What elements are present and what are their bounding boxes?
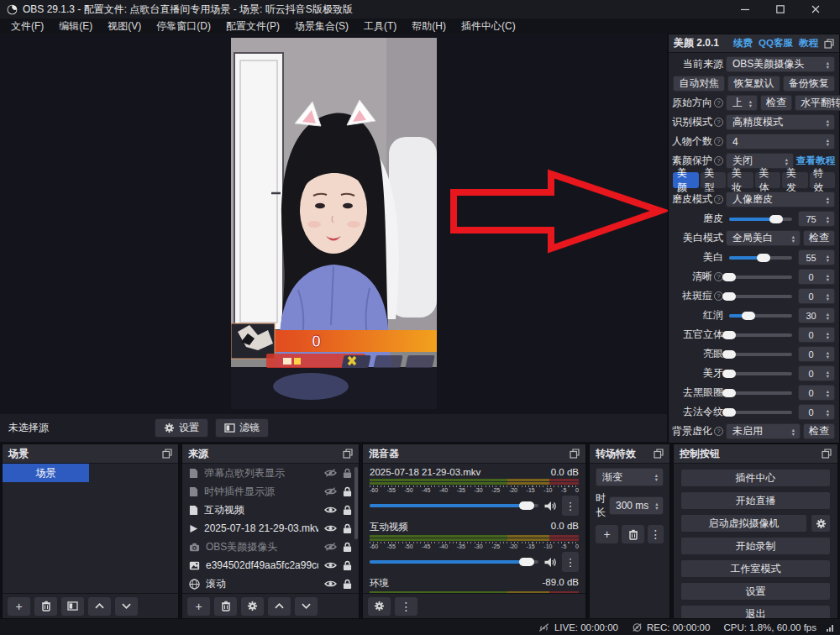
- nasolabial-slider[interactable]: [729, 411, 792, 414]
- current-source-select[interactable]: OBS美颜摄像头 ▴▾: [726, 56, 835, 72]
- close-button[interactable]: [798, 0, 833, 18]
- eye-slash-icon[interactable]: [324, 487, 337, 496]
- tab-makeup[interactable]: 美妆: [727, 172, 753, 188]
- source-row[interactable]: 弹幕点歌列表显示: [182, 464, 359, 482]
- video-preview[interactable]: 0: [231, 38, 437, 409]
- lock-icon[interactable]: [343, 486, 352, 497]
- source-row[interactable]: 滚动: [182, 575, 359, 593]
- menu-item[interactable]: 配置文件(P): [218, 19, 287, 34]
- lock-icon[interactable]: [343, 560, 352, 571]
- features-slider[interactable]: [729, 333, 792, 337]
- source-settings-button[interactable]: 设置: [155, 418, 208, 438]
- popout-icon[interactable]: [570, 449, 580, 459]
- eye-slash-icon[interactable]: [324, 543, 337, 551]
- source-properties-button[interactable]: [241, 597, 264, 616]
- popout-icon[interactable]: [822, 449, 832, 459]
- white-check-button[interactable]: 检查: [803, 230, 835, 246]
- teeth-value[interactable]: 0▴▾: [798, 365, 835, 381]
- lock-icon[interactable]: [343, 505, 352, 516]
- source-down-button[interactable]: [295, 597, 318, 616]
- teeth-slider[interactable]: [729, 372, 792, 375]
- source-row[interactable]: e394502df49aa5fc2a99cd2e7c: [182, 556, 359, 575]
- advanced-audio-button[interactable]: [368, 597, 391, 616]
- recognition-mode-select[interactable]: 高精度模式 ▴▾: [726, 114, 835, 130]
- dark-circles-slider[interactable]: [729, 391, 792, 395]
- features-value[interactable]: 0▴▾: [798, 327, 835, 343]
- maximize-button[interactable]: [763, 0, 798, 18]
- mixer-menu-button[interactable]: ⋮: [395, 597, 417, 616]
- source-filters-button[interactable]: 滤镜: [215, 418, 269, 438]
- white-mode-select[interactable]: 全局美白 ▴▾: [726, 230, 801, 246]
- remove-transition-button[interactable]: [622, 525, 644, 543]
- scene-down-button[interactable]: [115, 597, 138, 616]
- hflip-button[interactable]: 水平翻转: [795, 95, 840, 111]
- volume-slider[interactable]: [370, 560, 538, 564]
- settings-button[interactable]: 设置: [680, 582, 831, 601]
- popout-icon[interactable]: [162, 449, 172, 459]
- orientation-check-button[interactable]: 检查: [760, 95, 792, 111]
- preview-area[interactable]: 0: [0, 34, 667, 414]
- bg-blur-check-button[interactable]: 检查: [803, 423, 835, 439]
- scene-filters-button[interactable]: [61, 597, 84, 616]
- lock-icon[interactable]: [343, 579, 352, 590]
- blemish-value[interactable]: 0▴▾: [798, 288, 835, 304]
- lock-icon[interactable]: [343, 468, 352, 479]
- minimize-button[interactable]: [727, 0, 763, 18]
- eye-icon[interactable]: [324, 524, 337, 533]
- add-scene-button[interactable]: +: [8, 597, 30, 616]
- menu-item[interactable]: 场景集合(S): [287, 19, 356, 34]
- dark-circles-value[interactable]: 0▴▾: [798, 385, 835, 401]
- eye-slash-icon[interactable]: [324, 469, 337, 477]
- tab-body[interactable]: 美体: [755, 172, 781, 188]
- smooth-mode-select[interactable]: 人像磨皮 ▴▾: [726, 192, 835, 207]
- eye-icon[interactable]: [324, 561, 337, 569]
- transition-select[interactable]: 渐变 ▴▾: [596, 468, 664, 486]
- lock-icon[interactable]: [343, 523, 352, 534]
- autofocus-button[interactable]: 自动对焦: [673, 76, 725, 92]
- start-streaming-button[interactable]: 开始直播: [680, 491, 831, 510]
- tutorial-link[interactable]: 教程: [799, 37, 818, 50]
- smooth-slider[interactable]: [729, 218, 792, 221]
- plugin-center-button[interactable]: 插件中心: [680, 469, 831, 487]
- rosy-value[interactable]: 30▴▾: [798, 307, 835, 323]
- orientation-select[interactable]: 上 ▴▾: [726, 95, 758, 111]
- eye-icon[interactable]: [324, 580, 337, 588]
- restore-default-button[interactable]: 恢复默认: [727, 76, 780, 92]
- popout-icon[interactable]: [654, 449, 664, 459]
- whiten-slider[interactable]: [729, 256, 792, 260]
- source-row[interactable]: 2025-07-18 21-29-03.mkv: [182, 519, 359, 538]
- remove-source-button[interactable]: [214, 597, 237, 616]
- channel-menu-button[interactable]: ⋮: [562, 552, 579, 572]
- eye-icon[interactable]: [324, 506, 337, 514]
- menu-item[interactable]: 停靠窗口(D): [149, 19, 218, 34]
- speaker-icon[interactable]: [543, 557, 557, 568]
- menu-item[interactable]: 视图(V): [100, 19, 149, 34]
- menu-item[interactable]: 编辑(E): [51, 19, 100, 34]
- studio-mode-button[interactable]: 工作室模式: [680, 559, 831, 578]
- renew-link[interactable]: 续费: [733, 37, 753, 50]
- popout-icon[interactable]: [824, 39, 834, 49]
- popout-icon[interactable]: [343, 449, 353, 459]
- exit-button[interactable]: 退出: [680, 605, 831, 618]
- source-up-button[interactable]: [268, 597, 291, 616]
- tab-reshape[interactable]: 美型: [701, 172, 727, 188]
- tab-effects[interactable]: 特效: [810, 172, 836, 188]
- bg-blur-select[interactable]: 未启用 ▴▾: [726, 423, 801, 439]
- virtual-camera-settings-button[interactable]: [811, 514, 831, 533]
- scrollbar[interactable]: [354, 467, 358, 539]
- add-transition-button[interactable]: +: [596, 525, 618, 543]
- person-count-input[interactable]: 4 ▴▾: [726, 134, 835, 150]
- scene-item-selected[interactable]: 场景: [3, 464, 89, 482]
- bright-eyes-value[interactable]: 0▴▾: [798, 346, 835, 362]
- bright-eyes-slider[interactable]: [729, 353, 792, 356]
- scene-up-button[interactable]: [88, 597, 111, 616]
- whiten-value[interactable]: 55▴▾: [798, 249, 835, 265]
- start-recording-button[interactable]: 开始录制: [680, 537, 831, 555]
- source-row[interactable]: OBS美颜摄像头: [182, 538, 359, 556]
- start-virtual-camera-button[interactable]: 启动虚拟摄像机: [680, 514, 807, 533]
- remove-scene-button[interactable]: [34, 597, 57, 616]
- nasolabial-value[interactable]: 0▴▾: [798, 404, 835, 420]
- tab-hair[interactable]: 美发: [782, 172, 808, 188]
- clarity-slider[interactable]: [729, 276, 792, 279]
- menu-item[interactable]: 工具(T): [356, 19, 404, 34]
